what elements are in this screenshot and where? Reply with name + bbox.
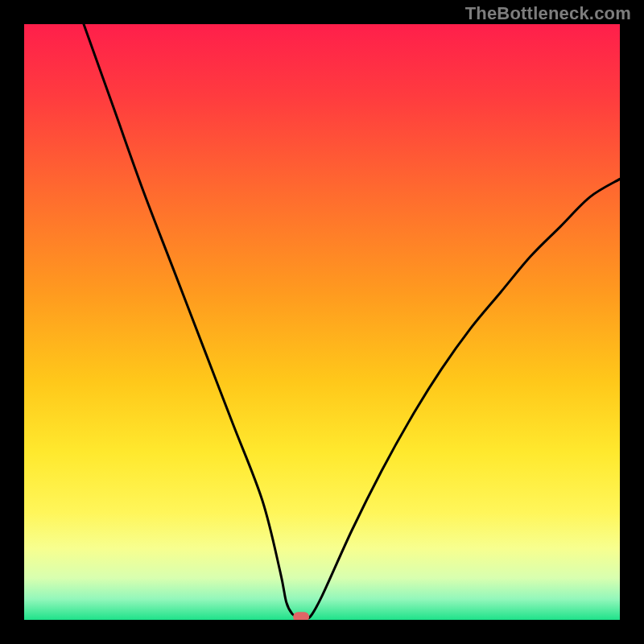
- watermark-text: TheBottleneck.com: [465, 3, 631, 24]
- chart-frame: TheBottleneck.com: [0, 0, 644, 644]
- chart-background: [24, 24, 620, 620]
- chart-plot-area: [24, 24, 620, 620]
- chart-marker: [293, 612, 309, 620]
- chart-svg: [24, 24, 620, 620]
